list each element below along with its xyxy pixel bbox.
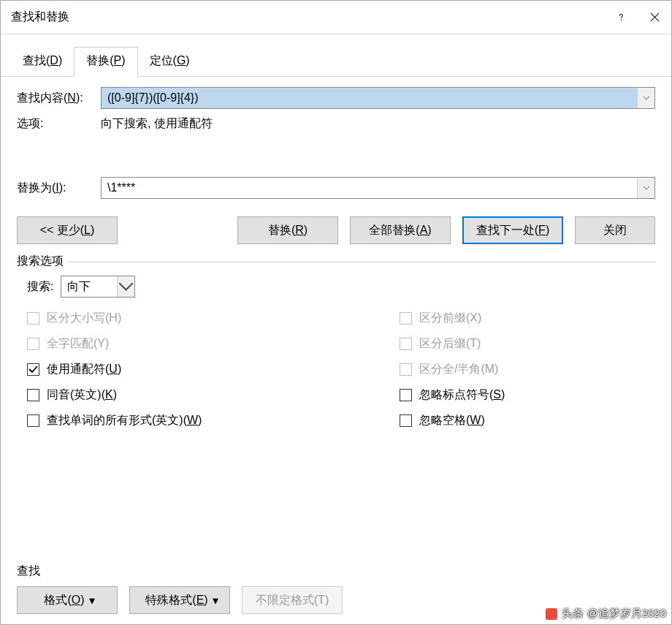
direction-select[interactable]: 向下 xyxy=(61,276,135,298)
chk-ignorepunct[interactable]: 忽略标点符号(S) xyxy=(400,387,655,403)
close-window-button[interactable] xyxy=(638,1,671,34)
chk-prefix: 区分前缀(X) xyxy=(400,311,655,326)
special-button[interactable]: 特殊格式(E) ▾ xyxy=(129,586,230,614)
replace-button[interactable]: 替换(R) xyxy=(237,216,338,244)
replacewith-label: 替换为(I): xyxy=(17,181,101,196)
options-label: 选项: xyxy=(17,116,101,132)
chk-fullhalf: 区分全/半角(M) xyxy=(400,362,655,377)
caret-down-icon: ▾ xyxy=(89,594,95,607)
chk-matchcase: 区分大小写(H) xyxy=(27,311,283,326)
less-button[interactable]: << 更少(L) xyxy=(17,216,118,244)
tab-replace[interactable]: 替换(P) xyxy=(74,47,137,77)
direction-dropdown[interactable] xyxy=(117,276,134,297)
close-button[interactable]: 关闭 xyxy=(575,216,655,244)
chk-allforms[interactable]: 查找单词的所有形式(英文)(W) xyxy=(27,413,283,428)
chevron-down-icon xyxy=(118,281,134,292)
chk-wildcards[interactable]: 使用通配符(U) xyxy=(27,362,283,377)
help-button[interactable] xyxy=(604,1,638,34)
format-button[interactable]: 格式(O) ▾ xyxy=(17,586,118,614)
findwhat-input[interactable] xyxy=(102,88,637,108)
chk-ignorespace[interactable]: 忽略空格(W) xyxy=(400,413,655,428)
tab-goto[interactable]: 定位(G) xyxy=(138,48,202,76)
replaceall-button[interactable]: 全部替换(A) xyxy=(350,216,451,244)
check-icon xyxy=(28,365,38,374)
chevron-down-icon xyxy=(643,96,650,100)
chk-soundslike[interactable]: 同音(英文)(K) xyxy=(27,387,283,403)
chk-suffix: 区分后缀(T) xyxy=(400,336,655,352)
watermark: 头条 @追梦岁月2020 xyxy=(546,607,666,621)
findnext-button[interactable]: 查找下一处(F) xyxy=(462,216,563,244)
searchopts-legend: 搜索选项 xyxy=(17,254,68,269)
chk-wholeword: 全字匹配(Y) xyxy=(27,336,283,352)
watermark-logo-icon xyxy=(546,608,557,620)
tab-find[interactable]: 查找(D) xyxy=(11,48,74,76)
window-title: 查找和替换 xyxy=(11,10,604,25)
find-section-label: 查找 xyxy=(17,564,655,579)
findwhat-label: 查找内容(N): xyxy=(17,91,101,106)
replacewith-combo[interactable] xyxy=(101,177,655,199)
replacewith-input[interactable] xyxy=(102,178,637,198)
chevron-down-icon xyxy=(643,186,650,190)
search-label: 搜索: xyxy=(27,279,53,295)
findwhat-combo[interactable] xyxy=(101,87,655,109)
close-icon xyxy=(650,12,660,22)
help-icon xyxy=(616,12,626,22)
noformat-button: 不限定格式(T) xyxy=(242,586,343,614)
findwhat-dropdown[interactable] xyxy=(637,88,654,108)
replacewith-dropdown[interactable] xyxy=(637,178,654,198)
options-value: 向下搜索, 使用通配符 xyxy=(101,116,213,132)
direction-value: 向下 xyxy=(61,276,117,297)
caret-down-icon: ▾ xyxy=(213,594,218,607)
